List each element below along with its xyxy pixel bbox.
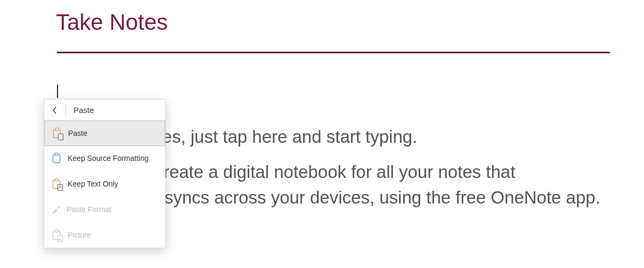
menu-header: Paste (44, 100, 165, 121)
title-divider (57, 52, 610, 53)
clipboard-picture-icon (51, 229, 62, 241)
menu-item-keep-text-only[interactable]: Keep Text Only (44, 171, 165, 197)
clipboard-icon (51, 127, 63, 139)
paste-context-menu: Paste Paste Keep Source Formatting Keep … (44, 99, 166, 248)
menu-item-paste-format: Paste Format (44, 197, 165, 222)
text-cursor (57, 85, 58, 98)
menu-item-label: Keep Source Formatting (68, 154, 149, 163)
menu-item-keep-source-formatting[interactable]: Keep Source Formatting (44, 145, 165, 171)
menu-back-button[interactable] (44, 100, 66, 121)
menu-item-label: Paste Format (67, 205, 111, 214)
menu-item-label: Picture (68, 231, 91, 239)
menu-item-paste[interactable]: Paste (44, 120, 165, 146)
page-title: Take Notes (56, 10, 168, 35)
menu-item-picture: Picture (44, 222, 165, 248)
menu-item-label: Paste (68, 129, 87, 137)
menu-item-label: Keep Text Only (68, 180, 118, 188)
paintbrush-icon (51, 205, 61, 214)
clipboard-brush-icon (51, 152, 62, 164)
chevron-left-icon (52, 107, 58, 114)
clipboard-text-icon (51, 178, 62, 190)
menu-title: Paste (66, 105, 94, 115)
